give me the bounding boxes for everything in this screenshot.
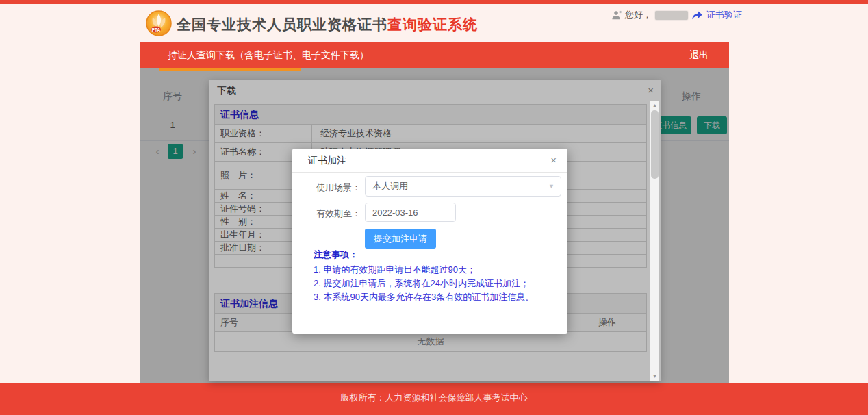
share-arrow-icon[interactable] (691, 10, 703, 20)
annotation-modal-close-icon[interactable]: × (550, 149, 557, 172)
pta-logo-icon: PTA (145, 10, 173, 37)
note-line-3: 3. 本系统90天内最多允许存在3条有效的证书加注信息。 (314, 291, 534, 303)
scene-label: 使用场景： (292, 177, 361, 198)
user-icon (611, 10, 622, 21)
copyright-text: 版权所有：人力资源和社会保障部人事考试中心 (0, 383, 868, 412)
nav-tab-holder-download[interactable]: 持证人查询下载（含电子证书、电子文件下载） (168, 42, 369, 68)
page: PTA 全国专业技术人员职业资格证书查询验证系统 您好， 证书验证 持证人查询下… (0, 0, 868, 415)
page-title-accent: 查询验证系统 (387, 16, 478, 32)
scene-select[interactable]: 本人调用 ▼ (365, 176, 561, 197)
annotation-modal: 证书加注 × 使用场景： 本人调用 ▼ 有效期至： 提交加注申请 注意事项： 1… (292, 149, 567, 334)
note-line-2: 2. 提交加注申请后，系统将在24小时内完成证书加注； (314, 277, 529, 290)
annotation-modal-title: 证书加注 (308, 149, 346, 172)
user-bar: 您好， 证书验证 (611, 9, 742, 21)
active-tab-underline (159, 68, 301, 71)
chevron-down-icon: ▼ (548, 177, 554, 196)
cert-verify-link[interactable]: 证书验证 (706, 9, 742, 21)
top-red-strip (0, 0, 868, 4)
scene-select-value: 本人调用 (372, 177, 408, 196)
nav-bar: 持证人查询下载（含电子证书、电子文件下载） 退出 (140, 42, 729, 68)
page-title: 全国专业技术人员职业资格证书查询验证系统 (177, 15, 478, 34)
download-modal-scrollbar[interactable]: ▲ ▼ (650, 101, 659, 381)
scroll-up-icon[interactable]: ▲ (650, 101, 659, 110)
footer-bar: 版权所有：人力资源和社会保障部人事考试中心 (0, 383, 868, 415)
logo-text: PTA (152, 27, 161, 32)
scroll-down-icon[interactable]: ▼ (650, 373, 659, 381)
notes-title: 注意事项： (314, 249, 358, 261)
page-title-main: 全国专业技术人员职业资格证书 (177, 16, 387, 32)
greeting-text: 您好， (625, 9, 652, 21)
note-line-1: 1. 申请的有效期距申请日不能超过90天； (314, 264, 476, 276)
annotation-modal-header: 证书加注 × (292, 149, 567, 173)
expiry-date-input[interactable] (365, 203, 456, 222)
scrollbar-thumb[interactable] (651, 110, 659, 179)
logout-button[interactable]: 退出 (689, 42, 709, 68)
expiry-label: 有效期至： (292, 204, 361, 223)
submit-annotation-button[interactable]: 提交加注申请 (365, 229, 436, 249)
masked-username (655, 11, 688, 20)
